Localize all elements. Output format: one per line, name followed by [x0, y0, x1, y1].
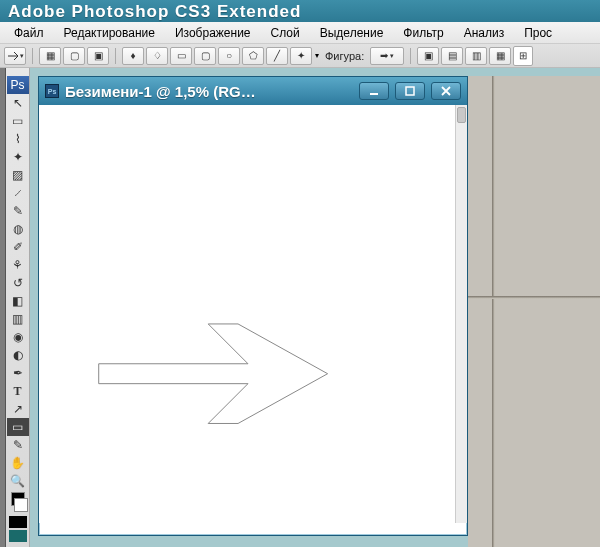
- custom-shape[interactable]: ✦: [290, 47, 312, 65]
- brush-tool[interactable]: ✐: [7, 238, 29, 256]
- separator: [32, 48, 33, 64]
- line-shape[interactable]: ╱: [266, 47, 288, 65]
- shape-label: Фигура:: [325, 50, 364, 62]
- document-titlebar[interactable]: Безимени-1 @ 1,5% (RG…: [39, 77, 467, 105]
- background-color-swatch[interactable]: [14, 498, 28, 512]
- zoom-tool[interactable]: 🔍: [7, 472, 29, 490]
- vertical-scrollbar[interactable]: [455, 105, 467, 523]
- move-tool[interactable]: ↖: [7, 94, 29, 112]
- shape-tool[interactable]: ▭: [7, 418, 29, 436]
- menu-layer[interactable]: Слой: [261, 24, 310, 41]
- menu-analysis[interactable]: Анализ: [454, 24, 515, 41]
- svg-rect-1: [406, 87, 414, 95]
- type-tool[interactable]: T: [7, 382, 29, 400]
- paths-mode[interactable]: ▢: [63, 47, 85, 65]
- pen-tool-mode[interactable]: ♦: [122, 47, 144, 65]
- combine-add[interactable]: ▣: [417, 47, 439, 65]
- combine-intersect[interactable]: ▥: [465, 47, 487, 65]
- marquee-tool[interactable]: ▭: [7, 112, 29, 130]
- shape-picker[interactable]: ➡ ▾: [370, 47, 404, 65]
- menu-file[interactable]: Файл: [4, 24, 54, 41]
- eraser-tool[interactable]: ◧: [7, 292, 29, 310]
- gradient-tool[interactable]: ▥: [7, 310, 29, 328]
- rectangle-shape[interactable]: ▭: [170, 47, 192, 65]
- app-title-bar: Adobe Photoshop CS3 Extended: [0, 0, 600, 22]
- geometry-options[interactable]: ⊞: [513, 46, 533, 66]
- wand-tool[interactable]: ✦: [7, 148, 29, 166]
- maximize-button[interactable]: [395, 82, 425, 100]
- menu-image[interactable]: Изображение: [165, 24, 261, 41]
- document-title: Безимени-1 @ 1,5% (RG…: [65, 83, 353, 100]
- separator: [410, 48, 411, 64]
- minimize-button[interactable]: [359, 82, 389, 100]
- shape-layers-mode[interactable]: ▦: [39, 47, 61, 65]
- combine-exclude[interactable]: ▦: [489, 47, 511, 65]
- app-title-text: Adobe Photoshop CS3 Extended: [8, 2, 301, 21]
- separator: [115, 48, 116, 64]
- hand-tool[interactable]: ✋: [7, 454, 29, 472]
- slice-tool[interactable]: ⟋: [7, 184, 29, 202]
- quickmask-mask[interactable]: [9, 530, 27, 542]
- ps-file-icon: [45, 84, 59, 98]
- ps-logo-icon[interactable]: Ps: [7, 76, 29, 94]
- combine-subtract[interactable]: ▤: [441, 47, 463, 65]
- menu-edit[interactable]: Редактирование: [54, 24, 165, 41]
- dodge-tool[interactable]: ◐: [7, 346, 29, 364]
- background-photo: [468, 76, 600, 547]
- canvas-area: Безимени-1 @ 1,5% (RG…: [30, 68, 600, 547]
- svg-rect-0: [370, 93, 378, 95]
- options-bar: ▾ ▦ ▢ ▣ ♦ ♢ ▭ ▢ ○ ⬠ ╱ ✦ ▾ Фигура: ➡ ▾ ▣ …: [0, 44, 600, 68]
- document-canvas[interactable]: [39, 105, 455, 523]
- polygon-shape[interactable]: ⬠: [242, 47, 264, 65]
- quickmask-standard[interactable]: [9, 516, 27, 528]
- close-button[interactable]: [431, 82, 461, 100]
- workspace: Ps ↖ ▭ ⌇ ✦ ▨ ⟋ ✎ ◍ ✐ ⚘ ↺ ◧ ▥ ◉ ◐ ✒ T ↗ ▭…: [0, 68, 600, 547]
- fill-pixels-mode[interactable]: ▣: [87, 47, 109, 65]
- freeform-pen-mode[interactable]: ♢: [146, 47, 168, 65]
- arrow-vector-shape: [39, 105, 455, 523]
- stamp-tool[interactable]: ⚘: [7, 256, 29, 274]
- menu-view[interactable]: Прос: [514, 24, 562, 41]
- arrow-shape-icon: ➡: [380, 50, 388, 61]
- pen-tool[interactable]: ✒: [7, 364, 29, 382]
- menu-select[interactable]: Выделение: [310, 24, 394, 41]
- lasso-tool[interactable]: ⌇: [7, 130, 29, 148]
- rounded-rect-shape[interactable]: ▢: [194, 47, 216, 65]
- document-window: Безимени-1 @ 1,5% (RG…: [38, 76, 468, 536]
- path-selection-tool[interactable]: ↗: [7, 400, 29, 418]
- crop-tool[interactable]: ▨: [7, 166, 29, 184]
- eyedropper-tool[interactable]: ✎: [7, 202, 29, 220]
- menu-filter[interactable]: Фильтр: [393, 24, 453, 41]
- svg-marker-2: [99, 324, 328, 424]
- history-brush-tool[interactable]: ↺: [7, 274, 29, 292]
- healing-tool[interactable]: ◍: [7, 220, 29, 238]
- notes-tool[interactable]: ✎: [7, 436, 29, 454]
- tool-preset-picker[interactable]: ▾: [4, 47, 26, 65]
- menu-bar: Файл Редактирование Изображение Слой Выд…: [0, 22, 600, 44]
- toolbox: Ps ↖ ▭ ⌇ ✦ ▨ ⟋ ✎ ◍ ✐ ⚘ ↺ ◧ ▥ ◉ ◐ ✒ T ↗ ▭…: [6, 68, 30, 547]
- shape-options-arrow[interactable]: ▾: [315, 51, 319, 60]
- ellipse-shape[interactable]: ○: [218, 47, 240, 65]
- blur-tool[interactable]: ◉: [7, 328, 29, 346]
